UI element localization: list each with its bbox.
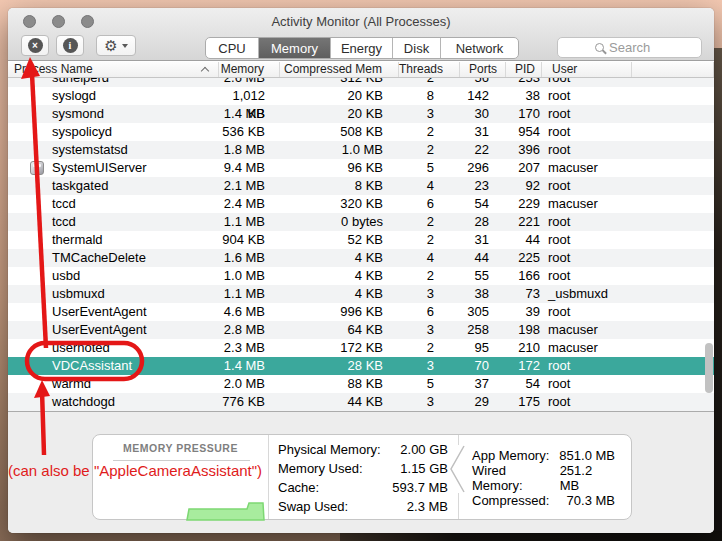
sort-ascending-icon xyxy=(201,67,209,75)
view-tabs: CPUMemoryEnergyDiskNetwork xyxy=(205,37,519,59)
stat-value: 851.0 MB xyxy=(559,448,615,463)
stat-label: App Memory: xyxy=(472,448,549,463)
stat-row: Wired Memory:251.2 MB xyxy=(472,463,615,493)
app-icon xyxy=(30,161,44,175)
vertical-scrollbar-thumb[interactable] xyxy=(705,343,713,393)
process-row-thermald[interactable]: thermald904 KB52 KB23144root xyxy=(8,231,714,249)
process-row-sysmond[interactable]: sysmond1.4 MB20 KB330170root xyxy=(8,105,714,123)
annotation-note: (can also be "AppleCameraAssistant") xyxy=(8,462,262,479)
tab-memory[interactable]: Memory xyxy=(258,38,330,58)
x-octagon-icon: × xyxy=(28,38,43,53)
stat-row: Cache:593.7 MB xyxy=(278,480,448,495)
gear-icon: ⚙ xyxy=(104,38,117,53)
tab-energy[interactable]: Energy xyxy=(330,38,392,58)
process-row-VDCAssistant[interactable]: VDCAssistant1.4 MB28 KB370172root xyxy=(8,357,714,375)
stat-label: Wired Memory: xyxy=(472,463,560,493)
process-row-usbd[interactable]: usbd1.0 MB4 KB255166root xyxy=(8,267,714,285)
process-row-warmd[interactable]: warmd2.0 MB88 KB53754root xyxy=(8,375,714,393)
process-row-UserEventAgent[interactable]: UserEventAgent4.6 MB996 KB630539root xyxy=(8,303,714,321)
stat-label: Compressed: xyxy=(472,493,549,508)
column-header-compressed[interactable]: Compressed Mem xyxy=(280,62,399,77)
process-row-syspolicyd[interactable]: syspolicyd536 KB508 KB231954root xyxy=(8,123,714,141)
column-header-ports[interactable]: Ports xyxy=(460,62,506,77)
column-header-threads[interactable]: Threads xyxy=(399,62,460,77)
process-row-tccd[interactable]: tccd1.1 MB0 bytes228221root xyxy=(8,213,714,231)
stat-value: 2.3 MB xyxy=(407,499,448,514)
activity-monitor-window: Activity Monitor (All Processes) × i ⚙ C… xyxy=(8,8,714,533)
stat-value: 593.7 MB xyxy=(392,480,448,495)
stat-value: 1.15 GB xyxy=(400,461,448,476)
search-icon xyxy=(595,43,604,52)
info-icon: i xyxy=(63,38,78,53)
process-table-body: suhelperd2.6 MB312 KB256253rootsyslogd1,… xyxy=(8,78,714,411)
column-header-process-name[interactable]: Process Name xyxy=(8,62,219,77)
process-row-UserEventAgent[interactable]: UserEventAgent2.8 MB64 KB3258198macuser xyxy=(8,321,714,339)
inspect-process-button[interactable]: i xyxy=(56,35,84,56)
column-header-filler xyxy=(632,62,714,77)
search-input[interactable] xyxy=(609,40,664,55)
quit-process-button[interactable]: × xyxy=(21,35,49,56)
table-header: Process Name Memory Compressed Mem Threa… xyxy=(8,62,714,78)
process-row-syslogd[interactable]: syslogd1,012 KB20 KB814238root xyxy=(8,87,714,105)
stat-label: Physical Memory: xyxy=(278,442,381,457)
stat-label: Cache: xyxy=(278,480,319,495)
stat-value: 251.2 MB xyxy=(560,463,615,493)
tab-cpu[interactable]: CPU xyxy=(206,38,258,58)
process-row-usernoted[interactable]: usernoted2.3 MB172 KB295210macuser xyxy=(8,339,714,357)
stat-row: Physical Memory:2.00 GB xyxy=(278,442,448,457)
column-header-user[interactable]: User xyxy=(542,62,632,77)
stat-row: Swap Used:2.3 MB xyxy=(278,499,448,514)
window-title: Activity Monitor (All Processes) xyxy=(8,14,714,29)
tab-network[interactable]: Network xyxy=(440,38,518,58)
tab-disk[interactable]: Disk xyxy=(392,38,440,58)
settings-menu-button[interactable]: ⚙ xyxy=(96,35,136,56)
stat-label: Memory Used: xyxy=(278,461,363,476)
search-field[interactable] xyxy=(557,37,702,58)
process-row-TMCacheDelete[interactable]: TMCacheDelete1.6 MB4 KB444225root xyxy=(8,249,714,267)
stat-label: Swap Used: xyxy=(278,499,348,514)
process-row-usbmuxd[interactable]: usbmuxd1.1 MB4 KB33873_usbmuxd xyxy=(8,285,714,303)
clipped-row: suhelperd2.6 MB312 KB256253root xyxy=(8,78,714,87)
memory-stats-left: Physical Memory:2.00 GBMemory Used:1.15 … xyxy=(268,435,458,521)
stat-row: Memory Used:1.15 GB xyxy=(278,461,448,476)
process-row-systemstatsd[interactable]: systemstatsd1.8 MB1.0 MB222396root xyxy=(8,141,714,159)
process-row-watchdogd[interactable]: watchdogd776 KB44 KB329175root xyxy=(8,393,714,411)
process-row-suhelperd[interactable]: suhelperd2.6 MB312 KB256253root xyxy=(8,78,714,87)
process-row-SystemUIServer[interactable]: SystemUIServer9.4 MB96 KB5296207macuser xyxy=(8,159,714,177)
chevron-down-icon xyxy=(122,44,128,48)
window-chrome: Activity Monitor (All Processes) × i ⚙ C… xyxy=(8,8,714,61)
stat-value: 2.00 GB xyxy=(400,442,448,457)
memory-stats-right: App Memory:851.0 MBWired Memory:251.2 MB… xyxy=(458,435,633,521)
stat-row: App Memory:851.0 MB xyxy=(472,448,615,463)
process-row-tccd[interactable]: tccd2.4 MB320 KB654229macuser xyxy=(8,195,714,213)
column-header-memory[interactable]: Memory xyxy=(219,62,280,77)
stat-row: Compressed:70.3 MB xyxy=(472,493,615,508)
process-row-taskgated[interactable]: taskgated2.1 MB8 KB42392root xyxy=(8,177,714,195)
stat-value: 70.3 MB xyxy=(567,493,615,508)
column-header-pid[interactable]: PID xyxy=(506,62,542,77)
